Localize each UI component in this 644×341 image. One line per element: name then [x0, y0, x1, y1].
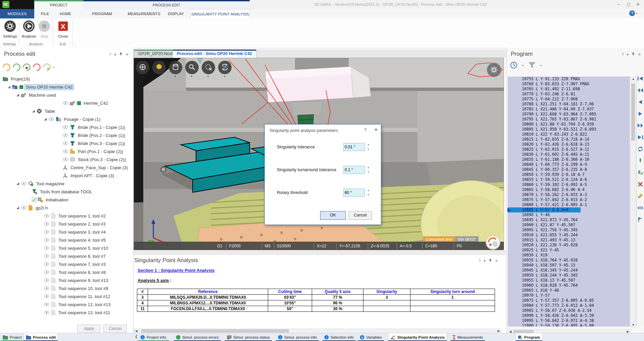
bottom-tab-selection-info[interactable]: iSelection info [322, 333, 356, 341]
tree-item[interactable]: Import APT - Copie (3) [62, 172, 115, 180]
caret-icon[interactable]: ▾ [207, 75, 209, 78]
sync-pin-green-icon[interactable] [23, 63, 31, 71]
gcode-line[interactable]: 10865 L Y-58.682 Z-6.06 A-4 [508, 187, 630, 192]
panel-pin-icon[interactable] [119, 52, 122, 57]
eye-icon[interactable] [48, 117, 54, 121]
spinner-control[interactable]: ▲▼ [366, 189, 370, 197]
tri-icon[interactable] [44, 117, 47, 121]
app-logo[interactable]: NC [2, 1, 9, 8]
gcode-line[interactable]: 10910 L X21.655 Y-45.244 [508, 233, 630, 238]
caret-icon[interactable]: ▾ [522, 64, 524, 67]
ribbon-tab-home[interactable]: HOME [56, 9, 75, 18]
tree-item[interactable]: Posage - Copie (1) [44, 115, 102, 123]
ok-button[interactable]: OK [320, 211, 346, 220]
gcode-line[interactable]: 10940 L X18.507 Y-45.13 [508, 263, 630, 268]
sync-orange-icon[interactable] [3, 63, 10, 71]
refresh-view-button[interactable] [218, 61, 232, 74]
bottom-tab-simul-process-errors[interactable]: Simul. process errors [174, 333, 221, 341]
tree-item[interactable]: Tool sequence 9, tool #13 [44, 276, 109, 284]
bottom-tab-project[interactable]: Project [1, 333, 25, 341]
eye-icon[interactable] [44, 254, 50, 258]
tri-icon[interactable] [16, 93, 19, 97]
gcode-line[interactable]: 10915 L X21.493 Y-45.13 [508, 238, 630, 243]
gcode-line[interactable]: 10950 L X18.244 Y-45.345 [508, 273, 630, 278]
eye-icon[interactable] [44, 214, 50, 218]
caret-icon[interactable]: ▾ [191, 75, 192, 78]
gcode-line[interactable]: 10920 L X21.236 Y-45.028 [508, 243, 630, 248]
eye-icon[interactable] [21, 206, 27, 210]
ribbon-tab-measurements[interactable]: MEASUREMENTS [126, 9, 162, 18]
scroll-right-icon[interactable]: ▶ [496, 329, 501, 333]
scroll-down-icon[interactable]: ▼ [631, 323, 636, 327]
tree-item[interactable]: Tool sequence 6, tool #7 [44, 252, 107, 260]
tree-item[interactable]: Tool sequence 13, tool #11 [44, 308, 111, 316]
eye-icon[interactable] [44, 302, 50, 306]
gcode-line[interactable]: 10975 L Y-57.357 Z-6.005 A-0.85 [508, 298, 630, 303]
spinner-control[interactable]: ▲▼ [366, 143, 370, 151]
gcode-line[interactable]: 10900 L X21.87 Y-45.507 [508, 223, 630, 228]
gcode-line[interactable]: 10845 L Y-60.357 Z-6.235 A-8 [508, 167, 630, 172]
tool-check-icon[interactable] [637, 169, 644, 176]
bottom-tab-singularity-point-analysis[interactable]: Singularity Point Analysis [388, 333, 447, 341]
gcode-line[interactable]: 10875 L Y-57.842 Z-6.015 A-2 [508, 197, 630, 202]
edit-icon[interactable] [637, 193, 644, 199]
eye-icon[interactable] [44, 270, 50, 274]
caret-icon[interactable]: ▾ [540, 64, 542, 67]
gcode-line[interactable]: 10955 L X18.13 Y-45.507 [508, 278, 630, 283]
cancel-button[interactable]: Cancel [103, 325, 127, 333]
panel-help-icon[interactable]: ? [109, 52, 111, 56]
go-first-icon[interactable] [637, 75, 644, 82]
zoom-button[interactable] [185, 61, 199, 74]
bottom-tab-simul-process-status[interactable]: Simul. process status [225, 333, 272, 341]
panel-menu-icon[interactable]: ▾ [627, 52, 629, 57]
probe-icon[interactable] [637, 157, 644, 164]
horizontal-splitter[interactable] [134, 250, 506, 255]
table-row[interactable]: 3MILSQS.APMX26.D...0.TDMIN0.TDMAX003'43"… [137, 295, 495, 300]
scroll-left-icon[interactable]: ◀ [134, 329, 139, 333]
gcode-line[interactable]: 10890 L Y-46 [508, 212, 630, 217]
gcode-line[interactable]: 10970 L Y-57 [508, 293, 630, 298]
forward-icon[interactable] [637, 122, 644, 129]
tree-item[interactable]: Stock (Pos.3 - Copie (2)) [62, 155, 127, 163]
bottom-tab-variables[interactable]: VVariables [358, 333, 384, 341]
tree-item[interactable]: Initialisation [32, 196, 70, 204]
bottom-tab-simul-process-info[interactable]: iSimul. process info [276, 333, 319, 341]
gcode-line[interactable]: 10815 L Y-62.835 Z-6.718 A-14 [508, 137, 630, 142]
delete-icon[interactable] [637, 181, 644, 188]
stock-display-button[interactable] [169, 61, 182, 74]
gcode-line[interactable]: 10760 L Y-83.633 Z-7.997 FMAX [508, 82, 630, 87]
ribbon-tab-program[interactable]: PROGRAM [91, 9, 113, 18]
gcode-line[interactable]: 10800 L X21.88 Y-63.704 Z-6.939 [508, 122, 630, 127]
gcode-line[interactable]: 10835 L Y-61.188 Z-6.366 A-10 [508, 157, 630, 162]
tree-item[interactable]: Bride (Pos.1 - Copie (1)) [62, 123, 127, 131]
bottom-tab-measurements[interactable]: Measurements [450, 333, 485, 341]
machine-view-button[interactable] [136, 61, 149, 74]
gcode-line[interactable]: 10805 L X21.958 Y-63.521 Z-6.893 [508, 127, 630, 132]
tree-item[interactable]: Tool sequence 4, tool #5 [44, 236, 107, 244]
caret-icon[interactable]: ▾ [224, 75, 225, 78]
gcode-line[interactable]: 10945 L X18.345 Y-45.244 [508, 268, 630, 273]
panel-close-icon[interactable]: ✕ [638, 52, 641, 57]
tree-item[interactable]: Part (Pos.1 - Copie (2)) [62, 147, 124, 155]
line-filter-icon[interactable] [528, 62, 536, 69]
table-row[interactable]: 11FOCEN.D0.LFS0.L...0.TDMIN0.TDMAX050"30… [137, 306, 495, 312]
eye-icon[interactable] [44, 278, 50, 282]
ribbon-tab-modules[interactable]: MODULES [0, 9, 34, 18]
viewport-settings-button[interactable] [487, 63, 501, 77]
eye-icon[interactable] [62, 133, 68, 137]
loop-icon[interactable] [637, 146, 644, 152]
spin-up-icon[interactable]: ▲ [366, 189, 370, 192]
analysis-button[interactable]: Analysis [20, 20, 38, 41]
eye-icon[interactable] [44, 230, 50, 234]
sync-red-icon[interactable] [33, 63, 41, 71]
tabs-scroll-left-icon[interactable]: ❮ [135, 335, 138, 338]
gcode-line[interactable]: 10985 L Y-58.07 Z-6.026 A-2.54 [508, 308, 630, 313]
gcode-line[interactable]: 10960 L X18.028 Y-45.764 [508, 283, 630, 288]
caret-icon[interactable]: ▾ [158, 75, 159, 78]
gcode-line[interactable]: 10925 L X21 Y-45 [508, 248, 630, 253]
gcode-line[interactable]: 10770 L Y-63.246 Z-6.81 [508, 92, 630, 97]
gcode-list[interactable]: 10755 L Y-91.133 Z20 FMAX10760 L Y-83.63… [508, 77, 630, 327]
dialog-close-icon[interactable]: ✕ [374, 127, 378, 132]
gcode-line[interactable]: 10785 L X21.486 Y-64.09 Z-7.037 [508, 107, 630, 112]
cancel-button[interactable]: Cancel [349, 211, 372, 220]
